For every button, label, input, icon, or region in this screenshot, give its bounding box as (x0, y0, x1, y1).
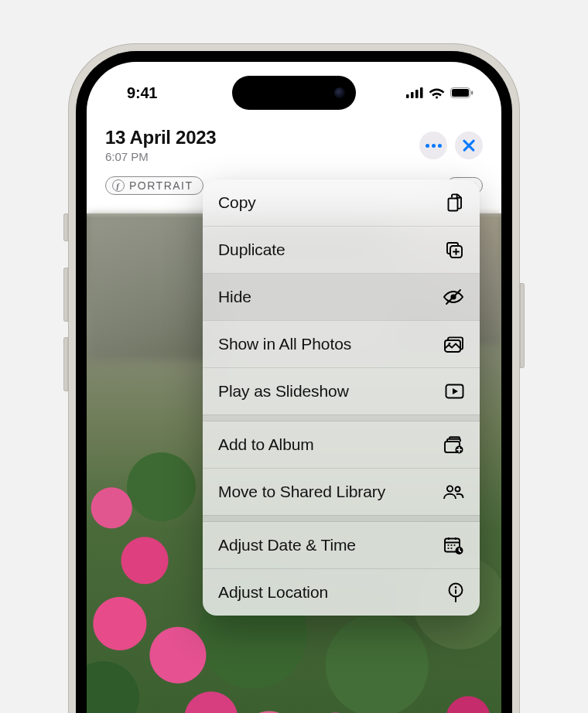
menu-item-hide[interactable]: Hide (203, 274, 480, 320)
menu-item-slideshow[interactable]: Play as Slideshow (203, 368, 480, 414)
play-rect-icon (443, 384, 464, 399)
more-button[interactable] (419, 131, 447, 159)
wifi-icon (429, 87, 445, 99)
mute-switch (63, 213, 68, 241)
volume-down-button (63, 337, 68, 391)
calendar-clock-icon (443, 536, 464, 555)
svg-rect-2 (415, 90, 419, 98)
battery-icon (450, 87, 473, 98)
photo-time: 6:07 PM (105, 150, 216, 163)
svg-point-20 (450, 544, 452, 545)
photo-date: 13 April 2023 (105, 127, 216, 148)
svg-point-16 (447, 486, 453, 491)
photo-header: 13 April 2023 6:07 PM (87, 127, 501, 163)
menu-item-label: Add to Album (218, 435, 314, 454)
svg-point-19 (447, 544, 449, 545)
svg-point-23 (450, 547, 452, 548)
menu-item-add-to-album[interactable]: Add to Album (203, 421, 480, 468)
close-icon (462, 138, 476, 152)
copy-icon (443, 193, 464, 213)
portrait-badge[interactable]: f PORTRAIT (105, 176, 203, 195)
svg-rect-5 (452, 89, 469, 97)
gallery-icon (443, 336, 464, 353)
menu-item-show-all-photos[interactable]: Show in All Photos (203, 321, 480, 367)
menu-item-label: Duplicate (218, 241, 285, 259)
menu-item-label: Copy (218, 193, 256, 212)
info-pin-icon (443, 582, 464, 602)
svg-rect-3 (420, 87, 423, 98)
ellipsis-icon (426, 144, 442, 148)
hide-icon (443, 288, 464, 305)
menu-item-label: Hide (218, 288, 251, 306)
device-frame: 9:41 13 April 2023 6:07 PM (68, 43, 520, 713)
cellular-icon (406, 87, 423, 98)
menu-item-label: Play as Slideshow (218, 382, 349, 401)
duplicate-icon (443, 241, 464, 260)
add-album-icon (443, 435, 464, 454)
svg-point-22 (447, 547, 449, 548)
close-button[interactable] (455, 131, 483, 159)
menu-item-adjust-location[interactable]: Adjust Location (203, 569, 480, 616)
menu-item-label: Show in All Photos (218, 335, 351, 353)
menu-item-label: Move to Shared Library (218, 483, 385, 501)
svg-rect-6 (471, 91, 473, 95)
svg-rect-0 (406, 94, 409, 98)
svg-point-26 (455, 586, 457, 588)
power-button (520, 283, 525, 368)
screen: 9:41 13 April 2023 6:07 PM (87, 62, 501, 713)
menu-item-label: Adjust Date & Time (218, 536, 356, 554)
menu-item-adjust-date-time[interactable]: Adjust Date & Time (203, 522, 480, 568)
svg-rect-8 (449, 199, 458, 211)
svg-rect-27 (455, 589, 456, 594)
svg-rect-1 (411, 92, 414, 98)
menu-item-move-shared-library[interactable]: Move to Shared Library (203, 469, 480, 515)
context-menu: Copy Duplicate Hide (203, 179, 480, 616)
aperture-icon: f (112, 179, 125, 192)
people-icon (443, 484, 464, 500)
svg-point-21 (453, 544, 455, 545)
svg-point-12 (449, 342, 451, 344)
dynamic-island (232, 76, 356, 110)
menu-item-copy[interactable]: Copy (203, 179, 480, 226)
svg-point-17 (456, 487, 460, 492)
volume-up-button (63, 268, 68, 322)
menu-item-label: Adjust Location (218, 583, 328, 602)
status-time: 9:41 (127, 84, 157, 102)
portrait-badge-label: PORTRAIT (129, 179, 193, 192)
menu-item-duplicate[interactable]: Duplicate (203, 227, 480, 273)
